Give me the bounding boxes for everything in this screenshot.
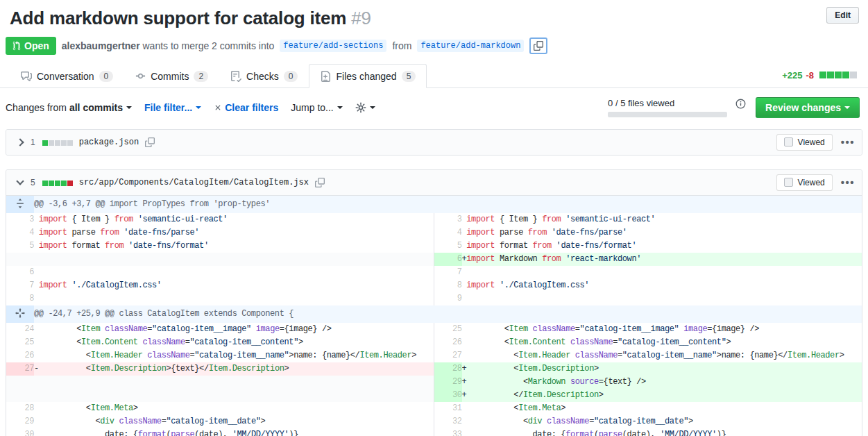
line-number[interactable]: 30 (434, 389, 462, 402)
copy-path-icon[interactable] (145, 137, 155, 147)
line-number[interactable]: 4 (434, 226, 462, 240)
clear-filters-label: Clear filters (225, 102, 278, 113)
review-changes-button[interactable]: Review changes (756, 97, 860, 118)
tab-conversation[interactable]: Conversation0 (10, 64, 124, 88)
line-number[interactable]: 27 (434, 349, 462, 362)
author-link[interactable]: alexbaumgertner (62, 40, 140, 51)
pull-request-files-page: Add markdown support for catalog item #9… (0, 0, 868, 436)
chevron-down-icon (844, 106, 850, 112)
line-number[interactable]: 30 (6, 428, 34, 436)
code-line: <Item className="catalog-item__image" im… (462, 323, 862, 336)
code-line: <Item.Content className="catalog-item__c… (462, 336, 862, 349)
code-line: import { Item } from 'semantic-ui-react' (462, 213, 862, 226)
diff-block-neutral (49, 140, 54, 146)
line-number[interactable]: 4 (6, 226, 34, 240)
viewed-checkbox[interactable] (784, 178, 793, 187)
file-path-link[interactable]: package.json (79, 137, 139, 147)
expand-hunk-button[interactable] (6, 305, 34, 323)
line-number (6, 389, 34, 402)
line-number[interactable]: 28 (434, 362, 462, 376)
review-changes-label: Review changes (765, 102, 841, 113)
edit-button[interactable]: Edit (826, 7, 859, 24)
line-number[interactable]: 5 (434, 240, 462, 253)
diff-block-add (61, 181, 67, 186)
changes-from-label: Changes from (6, 102, 67, 113)
line-number[interactable]: 25 (434, 323, 462, 336)
line-number[interactable]: 8 (6, 292, 34, 305)
line-number[interactable]: 29 (6, 415, 34, 428)
line-number[interactable]: 25 (6, 336, 34, 349)
line-number[interactable]: 6 (434, 253, 462, 266)
chevron-right-icon[interactable] (16, 138, 24, 146)
file-card-package-json: 1 package.json Viewed ••• (6, 129, 862, 156)
jump-to-label: Jump to... (291, 102, 333, 113)
line-number[interactable]: 27 (6, 362, 34, 376)
changes-from-dropdown[interactable]: Changes fromall commits (6, 102, 132, 113)
tab-commits[interactable]: Commits2 (124, 64, 219, 88)
diff-block-add (835, 72, 842, 78)
line-number[interactable]: 3 (434, 213, 462, 226)
viewed-toggle-button[interactable]: Viewed (776, 174, 833, 191)
file-diff-icon (320, 71, 331, 82)
line-number[interactable]: 8 (434, 279, 462, 292)
code-line (462, 292, 862, 305)
diff-block-del (67, 181, 73, 186)
line-number[interactable]: 26 (6, 349, 34, 362)
line-number[interactable]: 3 (6, 213, 34, 226)
chevron-down-icon[interactable] (16, 177, 24, 185)
jump-to-dropdown[interactable]: Jump to... (291, 102, 342, 113)
kebab-menu-icon[interactable]: ••• (841, 177, 855, 187)
line-number[interactable]: 5 (6, 240, 34, 253)
code-line: <Item.Meta> (34, 402, 434, 415)
code-line (34, 389, 434, 402)
diff-block-add (819, 72, 826, 78)
code-line: <Item.Header className="catalog-item__na… (34, 349, 434, 362)
status-badge: Open (6, 37, 56, 55)
line-number[interactable]: 31 (434, 402, 462, 415)
line-number[interactable]: 26 (434, 336, 462, 349)
code-line (34, 253, 434, 266)
tab-count-badge: 5 (402, 71, 416, 82)
code-line: <Item.Meta> (462, 402, 862, 415)
line-number[interactable]: 24 (6, 323, 34, 336)
tabnav-tabs: Conversation0Commits2Checks0Files change… (10, 64, 427, 87)
file-filter-dropdown[interactable]: File filter... (144, 102, 201, 113)
diff-settings-dropdown[interactable] (355, 102, 375, 113)
git-pull-request-icon (12, 41, 21, 51)
code-line (34, 292, 434, 305)
expand-hunk-button[interactable] (6, 196, 34, 213)
file-path-link[interactable]: src/app/Components/CatalogItem/CatalogIt… (79, 178, 309, 187)
line-number (6, 253, 34, 266)
file-diffstat-blocks (42, 176, 73, 189)
base-branch-label[interactable]: feature/add-sections (280, 40, 386, 52)
copy-branch-button[interactable] (529, 37, 547, 54)
line-number[interactable]: 32 (434, 415, 462, 428)
line-number[interactable]: 28 (6, 402, 34, 415)
kebab-menu-icon[interactable]: ••• (841, 137, 855, 147)
code-line: import { Item } from 'semantic-ui-react' (34, 213, 434, 226)
file-diffstat-blocks (42, 136, 73, 149)
copy-path-icon[interactable] (315, 178, 325, 187)
line-number[interactable]: 7 (434, 266, 462, 279)
viewed-checkbox[interactable] (784, 137, 793, 146)
line-number[interactable]: 29 (434, 376, 462, 389)
code-line (34, 266, 434, 279)
diff-block-add (42, 140, 48, 146)
viewed-label: Viewed (798, 178, 825, 187)
line-number[interactable]: 33 (434, 428, 462, 436)
tab-count-badge: 2 (194, 71, 208, 82)
tab-files-changed[interactable]: Files changed5 (309, 64, 427, 88)
tab-checks[interactable]: Checks0 (219, 64, 309, 88)
head-branch-label[interactable]: feature/add-markdown (417, 40, 524, 52)
code-line: + <Item.Description> (462, 362, 862, 376)
code-line: +import Markdown from 'react-markdown' (462, 253, 862, 266)
viewed-toggle-button[interactable]: Viewed (776, 134, 833, 151)
clear-filters-button[interactable]: Clear filters (214, 102, 278, 113)
diff-block-add (842, 72, 849, 78)
hunk-header: @@ -3,6 +3,7 @@ import PropTypes from 'p… (34, 196, 862, 213)
info-icon[interactable] (735, 99, 746, 109)
line-number[interactable]: 9 (434, 292, 462, 305)
line-number[interactable]: 7 (6, 279, 34, 292)
line-number[interactable]: 6 (6, 266, 34, 279)
code-line: <div className="catalog-item__date"> (34, 415, 434, 428)
